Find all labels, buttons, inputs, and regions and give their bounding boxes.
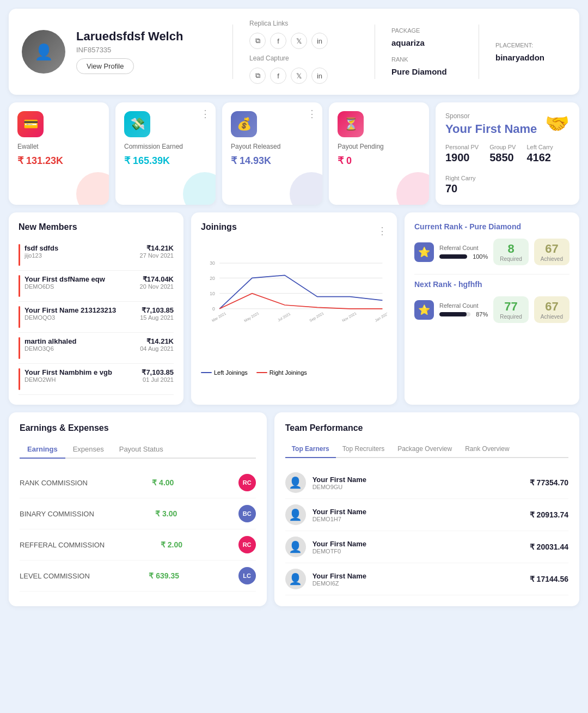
member-name: martin alkhaled — [24, 337, 140, 345]
group-pv-value: 5850 — [489, 151, 516, 164]
team-member-row: 👤 Your First Name DEMO1H7 ₹ 20913.74 — [285, 499, 568, 531]
commission-label: Commission Earned — [124, 143, 207, 151]
payout-pending-card: ⏳ Payout Pending ₹ 0 — [329, 102, 429, 205]
svg-text:Sep 2021: Sep 2021 — [309, 311, 324, 323]
team-member-id: DEMOI6Z — [313, 580, 366, 587]
team-member-amount: ₹ 17144.56 — [530, 575, 568, 583]
left-line-color — [201, 372, 212, 373]
next-rank-row: ⭐ Referral Count 87% 77 Required 67 Achi… — [414, 296, 569, 323]
svg-text:Jan 2022: Jan 2022 — [374, 312, 387, 322]
ewallet-value: ₹ 131.23K — [17, 155, 100, 167]
payout-released-label: Payout Released — [231, 143, 314, 151]
team-avatar: 👤 — [285, 504, 306, 525]
group-pv: Group PV 5850 — [489, 144, 516, 164]
profile-name: Laruedsfdsf Welch — [76, 29, 216, 44]
member-amount: ₹7,103.85 — [140, 306, 174, 314]
next-progress-pct: 87% — [476, 311, 488, 318]
avatar: 👤 — [22, 30, 65, 74]
team-member-name: Your First Name — [313, 476, 366, 484]
bottom-row: Earnings & Expenses Earnings Expenses Pa… — [9, 412, 579, 606]
payout-pending-value: ₹ 0 — [338, 155, 420, 167]
rank-label: RANK — [391, 56, 462, 63]
linkedin2-icon[interactable]: in — [311, 68, 328, 84]
tab-top-recruiters[interactable]: Top Recruiters — [336, 441, 391, 458]
left-joinings-label: Left Joinings — [214, 369, 248, 376]
next-progress-bar — [439, 312, 467, 316]
svg-text:Mar 2021: Mar 2021 — [211, 311, 227, 322]
profile-id: INF857335 — [76, 46, 216, 54]
personal-pv-value: 1900 — [445, 151, 479, 164]
placement-value: binaryaddon — [495, 53, 566, 62]
bg-blob4 — [396, 172, 429, 205]
facebook2-icon[interactable]: f — [270, 68, 286, 84]
sponsor-label: Sponsor — [445, 112, 537, 120]
team-member-row: 👤 Your First Name DEMO9GU ₹ 77354.70 — [285, 467, 568, 499]
next-referral-label: Referral Count — [439, 302, 488, 309]
rank-value: Pure Diamond — [391, 67, 462, 76]
commission-menu[interactable]: ⋮ — [200, 108, 210, 120]
list-item: martin alkhaled DEMO3Q6 ₹14.21K 04 Aug 2… — [19, 333, 174, 364]
joinings-header: Joinings ⋮ — [201, 222, 387, 240]
ewallet-icon: 💳 — [17, 111, 44, 137]
current-achieved-num: 67 — [545, 242, 558, 256]
tab-payout-status[interactable]: Payout Status — [112, 441, 171, 459]
team-card: Team Performance Top Earners Top Recruit… — [274, 412, 579, 606]
svg-text:30: 30 — [210, 260, 215, 266]
commission-badge: LC — [238, 567, 256, 584]
team-member-amount: ₹ 20913.74 — [530, 510, 568, 519]
current-required-num: 8 — [507, 242, 514, 256]
current-achieved-label: Achieved — [541, 256, 563, 262]
view-profile-button[interactable]: View Profile — [76, 58, 134, 74]
next-rank-name: hgfhfh — [458, 280, 482, 289]
tab-top-earners[interactable]: Top Earners — [285, 441, 336, 458]
right-carry-label: Right Carry — [445, 175, 476, 181]
copy-icon[interactable]: ⧉ — [249, 33, 266, 49]
commission-value: ₹ 4.00 — [152, 478, 174, 487]
commission-label: RANK COMMISSION — [20, 479, 88, 487]
group-pv-label: Group PV — [489, 144, 516, 150]
svg-text:20: 20 — [210, 276, 215, 281]
next-required-box: 77 Required — [493, 296, 529, 323]
member-date: 20 Nov 2021 — [140, 283, 174, 290]
tab-expenses[interactable]: Expenses — [65, 441, 112, 459]
left-carry-value: 4162 — [526, 151, 553, 164]
replica-links-section: Replica Links ⧉ f 𝕏 in Lead Capture ⧉ f … — [249, 20, 358, 84]
current-progress-pct: 100% — [473, 253, 488, 260]
team-tabs: Top Earners Top Recruiters Package Overv… — [285, 441, 568, 458]
current-star-badge: ⭐ — [414, 242, 434, 262]
handshake-icon: 🤝 — [545, 112, 569, 135]
member-date: 27 Nov 2021 — [140, 252, 174, 259]
tab-rank-overview[interactable]: Rank Overview — [458, 441, 516, 458]
next-rank-title: Next Rank - hgfhfh — [414, 280, 569, 289]
profile-info: Laruedsfdsf Welch INF857335 View Profile — [76, 29, 216, 74]
joinings-menu[interactable]: ⋮ — [377, 225, 387, 237]
member-amount: ₹14.21K — [140, 337, 174, 345]
current-rank-name: Pure Diamond — [469, 222, 521, 231]
twitter2-icon[interactable]: 𝕏 — [291, 68, 307, 84]
linkedin-icon[interactable]: in — [311, 33, 328, 49]
twitter-icon[interactable]: 𝕏 — [291, 33, 307, 49]
commission-badge: RC — [238, 474, 256, 491]
team-member-row: 👤 Your First Name DEMOTF0 ₹ 20031.44 — [285, 531, 568, 563]
earnings-title: Earnings & Expenses — [20, 423, 256, 433]
placement-label: Placement: — [495, 42, 566, 48]
right-line-color — [256, 372, 267, 373]
commission-card: ⋮ 💸 Commission Earned ₹ 165.39K — [115, 102, 216, 205]
tab-earnings[interactable]: Earnings — [20, 441, 65, 459]
tab-package-overview[interactable]: Package Overview — [391, 441, 458, 458]
commission-row: LEVEL COMMISSION ₹ 639.35 LC — [20, 560, 256, 592]
member-id: DEMOQO3 — [24, 314, 140, 321]
current-rank-counts: 8 Required 67 Achieved — [493, 239, 569, 265]
placement-section: Placement: binaryaddon — [495, 42, 566, 62]
team-avatar: 👤 — [285, 472, 306, 493]
payout-released-menu[interactable]: ⋮ — [307, 108, 317, 120]
svg-text:Jul 2021: Jul 2021 — [277, 312, 291, 322]
list-item: Your First dsfName eqw DEMO6DS ₹174.04K … — [19, 271, 174, 302]
joinings-card: Joinings ⋮ 30 20 10 0 Mar 202 — [191, 212, 397, 405]
current-progress-wrap: Referral Count 100% — [439, 245, 488, 260]
copy2-icon[interactable]: ⧉ — [249, 68, 266, 84]
facebook-icon[interactable]: f — [270, 33, 286, 49]
divider2 — [375, 25, 375, 79]
team-avatar: 👤 — [285, 537, 306, 557]
team-member-id: DEMO1H7 — [313, 516, 366, 522]
